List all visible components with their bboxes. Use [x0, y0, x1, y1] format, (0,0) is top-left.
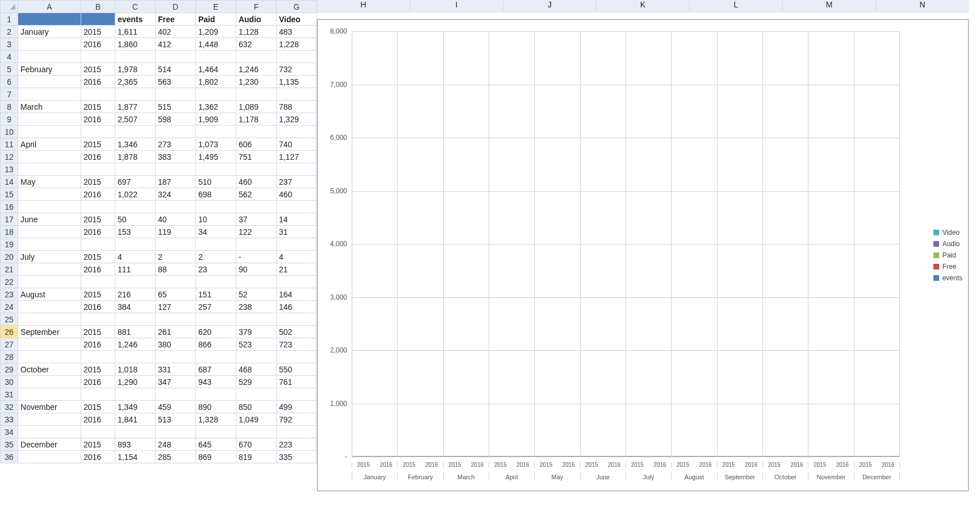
- cell-E27[interactable]: 866: [195, 338, 236, 351]
- cell-F29[interactable]: 468: [236, 363, 276, 376]
- cell-C34[interactable]: [115, 426, 155, 438]
- cell-C2[interactable]: 1,611: [115, 26, 155, 38]
- row-header[interactable]: 34: [1, 426, 18, 438]
- cell-C10[interactable]: [115, 126, 155, 138]
- cell-E35[interactable]: 645: [195, 438, 236, 451]
- row-header[interactable]: 29: [1, 363, 18, 376]
- cell-G6[interactable]: 1,135: [276, 76, 316, 88]
- cell-D33[interactable]: 513: [155, 413, 195, 426]
- cell-G7[interactable]: [276, 88, 316, 101]
- cell-F31[interactable]: [236, 388, 276, 401]
- row-header[interactable]: 5: [1, 63, 18, 76]
- cell-C22[interactable]: [115, 276, 155, 288]
- cell-D15[interactable]: 324: [155, 188, 195, 201]
- cell-G18[interactable]: 31: [276, 226, 316, 238]
- cell-A25[interactable]: [18, 313, 81, 326]
- cell-A31[interactable]: [18, 388, 81, 401]
- cell-G10[interactable]: [276, 126, 316, 138]
- cell-E21[interactable]: 23: [195, 263, 236, 276]
- col-header-C[interactable]: C: [115, 1, 155, 13]
- cell-A3[interactable]: [18, 38, 81, 51]
- cell-D16[interactable]: [155, 201, 195, 213]
- cell-C5[interactable]: 1,978: [115, 63, 155, 76]
- cell-D28[interactable]: [155, 351, 195, 363]
- cell-G14[interactable]: 237: [276, 176, 316, 188]
- col-header-H[interactable]: H: [317, 0, 410, 12]
- cell-E10[interactable]: [195, 126, 236, 138]
- cell-A1[interactable]: [18, 13, 81, 26]
- cell-B17[interactable]: 2015: [81, 213, 115, 226]
- cell-F15[interactable]: 562: [236, 188, 276, 201]
- cell-F4[interactable]: [236, 51, 276, 63]
- stacked-bar-chart[interactable]: -1,0002,0003,0004,0005,0006,0007,0008,00…: [317, 19, 969, 491]
- row-header[interactable]: 21: [1, 263, 18, 276]
- cell-C17[interactable]: 50: [115, 213, 155, 226]
- cell-F30[interactable]: 529: [236, 376, 276, 388]
- row-header[interactable]: 28: [1, 351, 18, 363]
- cell-B14[interactable]: 2015: [81, 176, 115, 188]
- cell-G16[interactable]: [276, 201, 316, 213]
- cell-F11[interactable]: 606: [236, 138, 276, 151]
- row-header[interactable]: 19: [1, 238, 18, 251]
- row-header[interactable]: 20: [1, 251, 18, 263]
- cell-C20[interactable]: 4: [115, 251, 155, 263]
- cell-D31[interactable]: [155, 388, 195, 401]
- cell-E23[interactable]: 151: [195, 288, 236, 301]
- cell-C31[interactable]: [115, 388, 155, 401]
- cell-F7[interactable]: [236, 88, 276, 101]
- cell-A10[interactable]: [18, 126, 81, 138]
- cell-E14[interactable]: 510: [195, 176, 236, 188]
- cell-F32[interactable]: 850: [236, 401, 276, 413]
- col-header-G[interactable]: G: [276, 1, 316, 13]
- cell-F28[interactable]: [236, 351, 276, 363]
- row-header[interactable]: 35: [1, 438, 18, 451]
- cell-B23[interactable]: 2015: [81, 288, 115, 301]
- cell-B24[interactable]: 2016: [81, 301, 115, 313]
- cell-G11[interactable]: 740: [276, 138, 316, 151]
- cell-C16[interactable]: [115, 201, 155, 213]
- cell-C12[interactable]: 1,878: [115, 151, 155, 163]
- cell-D7[interactable]: [155, 88, 195, 101]
- cell-C26[interactable]: 881: [115, 326, 155, 338]
- cell-E31[interactable]: [195, 388, 236, 401]
- cell-B16[interactable]: [81, 201, 115, 213]
- cell-G4[interactable]: [276, 51, 316, 63]
- cell-E25[interactable]: [195, 313, 236, 326]
- cell-D14[interactable]: 187: [155, 176, 195, 188]
- cell-E6[interactable]: 1,802: [195, 76, 236, 88]
- cell-A11[interactable]: April: [18, 138, 81, 151]
- cell-B8[interactable]: 2015: [81, 101, 115, 113]
- cell-E9[interactable]: 1,909: [195, 113, 236, 126]
- row-header[interactable]: 14: [1, 176, 18, 188]
- cell-G13[interactable]: [276, 163, 316, 176]
- cell-A34[interactable]: [18, 426, 81, 438]
- cell-C11[interactable]: 1,346: [115, 138, 155, 151]
- row-header[interactable]: 8: [1, 101, 18, 113]
- cell-F21[interactable]: 90: [236, 263, 276, 276]
- cell-C8[interactable]: 1,877: [115, 101, 155, 113]
- cell-E4[interactable]: [195, 51, 236, 63]
- cell-E32[interactable]: 890: [195, 401, 236, 413]
- row-header[interactable]: 4: [1, 51, 18, 63]
- row-header[interactable]: 16: [1, 201, 18, 213]
- cell-G12[interactable]: 1,127: [276, 151, 316, 163]
- cell-G25[interactable]: [276, 313, 316, 326]
- cell-B18[interactable]: 2016: [81, 226, 115, 238]
- cell-F25[interactable]: [236, 313, 276, 326]
- row-header[interactable]: 23: [1, 288, 18, 301]
- cell-F22[interactable]: [236, 276, 276, 288]
- cell-A13[interactable]: [18, 163, 81, 176]
- cell-F33[interactable]: 1,049: [236, 413, 276, 426]
- cell-G24[interactable]: 146: [276, 301, 316, 313]
- cell-D13[interactable]: [155, 163, 195, 176]
- cell-B28[interactable]: [81, 351, 115, 363]
- cell-E19[interactable]: [195, 238, 236, 251]
- cell-D18[interactable]: 119: [155, 226, 195, 238]
- cell-E24[interactable]: 257: [195, 301, 236, 313]
- cell-F10[interactable]: [236, 126, 276, 138]
- cell-D8[interactable]: 515: [155, 101, 195, 113]
- cell-C21[interactable]: 111: [115, 263, 155, 276]
- cell-A32[interactable]: November: [18, 401, 81, 413]
- cell-G36[interactable]: 335: [276, 451, 316, 463]
- cell-C30[interactable]: 1,290: [115, 376, 155, 388]
